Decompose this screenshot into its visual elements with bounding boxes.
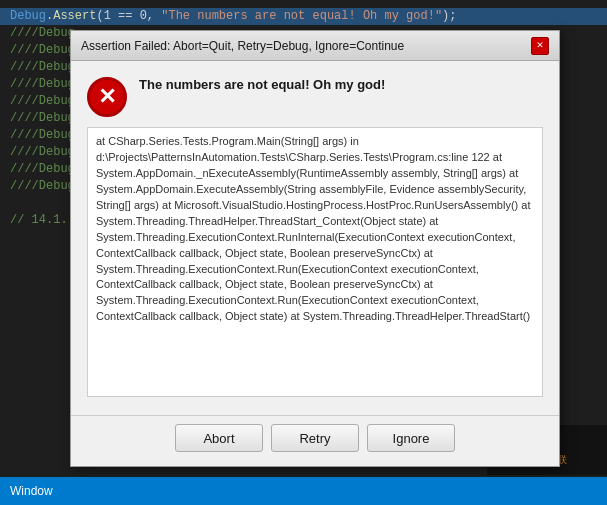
bottom-bar: Window (0, 477, 607, 505)
dialog-title: Assertion Failed: Abort=Quit, Retry=Debu… (81, 39, 404, 53)
dialog-header-row: ✕ The numbers are not equal! Oh my god! (87, 77, 543, 117)
bottom-bar-text: Window (10, 484, 53, 498)
code-line-highlight: Debug.Assert(1 == 0, "The numbers are no… (0, 8, 607, 25)
dialog-message: The numbers are not equal! Oh my god! (139, 77, 385, 96)
error-icon-circle: ✕ (87, 77, 127, 117)
dialog-content: ✕ The numbers are not equal! Oh my god! … (71, 61, 559, 415)
close-button[interactable]: ✕ (531, 37, 549, 55)
assertion-failed-dialog: Assertion Failed: Abort=Quit, Retry=Debu… (70, 30, 560, 467)
dialog-buttons: Abort Retry Ignore (71, 415, 559, 466)
dialog-titlebar: Assertion Failed: Abort=Quit, Retry=Debu… (71, 31, 559, 61)
ignore-button[interactable]: Ignore (367, 424, 455, 452)
retry-button[interactable]: Retry (271, 424, 359, 452)
main-message: The numbers are not equal! Oh my god! (139, 77, 385, 92)
error-icon: ✕ (87, 77, 127, 117)
abort-button[interactable]: Abort (175, 424, 263, 452)
stacktrace-area[interactable]: at CSharp.Series.Tests.Program.Main(Stri… (87, 127, 543, 397)
